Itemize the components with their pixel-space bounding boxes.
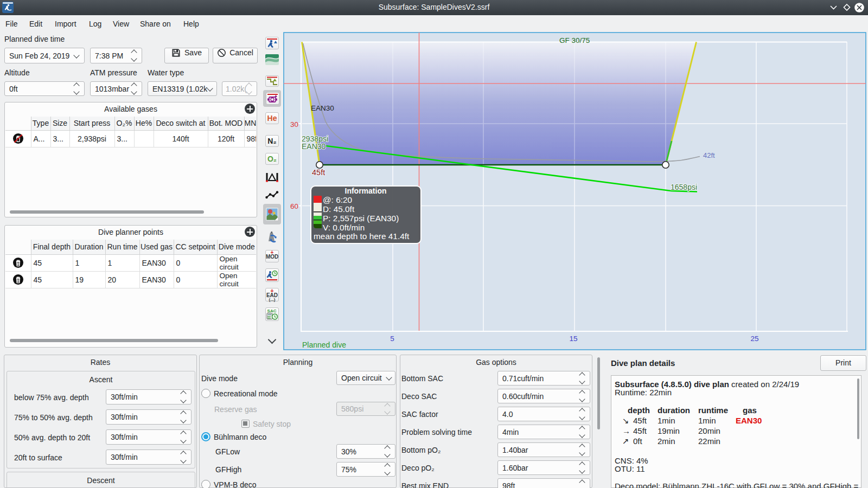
svg-text:EAN30: EAN30 bbox=[311, 104, 334, 112]
svg-text:@: 6:20: @: 6:20 bbox=[323, 195, 352, 204]
svg-text:P: 2,557psi (EAN30): P: 2,557psi (EAN30) bbox=[323, 214, 399, 223]
svg-text:D: 45.0ft: D: 45.0ft bbox=[323, 204, 355, 214]
svg-text:V: 0.0ft/min: V: 0.0ft/min bbox=[323, 223, 365, 232]
svg-text:Information: Information bbox=[345, 187, 387, 195]
svg-text:60: 60 bbox=[290, 202, 298, 210]
svg-text:SAC: SAC bbox=[267, 309, 277, 313]
svg-text:GF 30/75: GF 30/75 bbox=[559, 36, 590, 44]
svg-text:15: 15 bbox=[569, 335, 577, 343]
svg-text:25: 25 bbox=[750, 335, 758, 343]
svg-text:5: 5 bbox=[390, 335, 394, 343]
svg-text:30: 30 bbox=[290, 120, 298, 129]
svg-text:EAN30: EAN30 bbox=[302, 142, 326, 151]
svg-text:1658psi: 1658psi bbox=[671, 183, 697, 191]
svg-text:45ft: 45ft bbox=[312, 168, 325, 177]
svg-text:Planned dive: Planned dive bbox=[302, 341, 346, 349]
svg-text:42ft: 42ft bbox=[703, 151, 715, 159]
svg-text:mean depth to here 41.4ft: mean depth to here 41.4ft bbox=[314, 232, 410, 241]
